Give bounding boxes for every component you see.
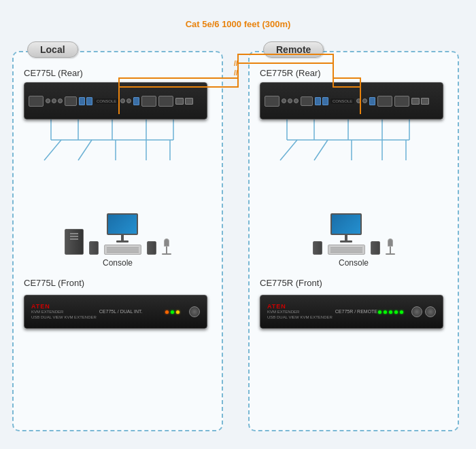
remote-monitor-stand [345,235,347,240]
local-led-2 [171,310,174,314]
remote-vga-port-1 [265,96,279,107]
local-front-controls [150,306,200,317]
remote-usb-port-1 [315,97,321,105]
vga-port-3 [158,96,173,107]
remote-audio-port-2 [288,98,292,103]
audio-ports [46,98,63,103]
local-pc-tower [65,229,84,255]
local-aten-logo: ATEN [31,303,50,310]
remote-rear-label: CE775R (Rear) [260,68,447,78]
remote-audio-port-4 [356,98,361,103]
remote-vga-port-3 [394,96,409,107]
usb-port-3 [133,97,139,105]
local-microphone [162,238,171,255]
local-monitor-screen [107,213,138,235]
local-keyboard [104,245,141,255]
svg-line-20 [314,140,328,160]
local-console-items [65,213,171,255]
audio-ports-2 [120,98,131,103]
serial-port [65,96,77,106]
local-kvm-model-text: KVM EXTENDERUSB DUAL VIEW KVM EXTENDER [31,310,97,321]
remote-usb-port-3 [369,97,375,105]
remote-model-number: CE775R / REMOTE [335,308,378,315]
local-mic-stand [166,247,167,253]
local-monitor-base [116,240,129,243]
svg-text://: // [234,60,238,67]
remote-speaker-left [313,241,322,255]
local-monitor-stand [121,235,124,240]
console-label-strip: CONSOLE [95,98,118,104]
remote-usb-port-2 [322,97,328,105]
svg-text://: // [234,69,238,77]
local-panel: Local CE775L (Rear) CONSOLE [12,51,223,431]
remote-rj45-ports [411,98,429,105]
remote-console-items [313,213,395,255]
local-led-3 [176,310,180,314]
local-console-area: Console [24,208,211,268]
remote-monitor-base [340,240,352,243]
remote-panel: Remote CE775R (Rear) CONSOLE [248,51,459,431]
local-front-button[interactable] [189,306,200,317]
remote-console-area: Console [260,208,447,268]
usb-port-1 [79,97,85,105]
audio-port-4 [120,98,125,103]
usb-port-2 [86,97,92,105]
remote-serial-port [301,96,313,106]
remote-audio-port-1 [282,98,286,103]
rj45-ports [175,98,193,105]
local-monitor [107,213,138,243]
vga-port-1 [29,96,44,107]
remote-keyboard [328,245,365,255]
remote-usb-ports-2 [369,97,375,105]
remote-aten-logo: ATEN [267,303,286,310]
local-mic-head [164,238,169,247]
remote-rj45-port-2 [421,98,429,105]
remote-front-indicators [378,310,403,314]
remote-console-label: Console [339,258,369,268]
remote-mic-stand [390,247,391,253]
audio-port-5 [126,98,131,103]
local-front-indicators [165,310,180,314]
remote-rj45-port-1 [411,98,420,105]
remote-monitor-group [328,213,365,255]
remote-led-1 [378,310,381,314]
rj45-port-2 [185,98,193,105]
remote-speaker-right [371,241,380,255]
remote-mic-head [388,238,393,247]
remote-front-button-1[interactable] [411,306,422,317]
remote-microphone [386,238,395,255]
remote-monitor-screen [330,213,362,235]
local-speaker-right [147,241,156,255]
usb-ports-group-2 [133,97,139,105]
local-badge: Local [27,41,78,58]
remote-audio-ports-2 [356,98,367,103]
local-rear-label: CE775L (Rear) [24,68,211,78]
remote-led-3 [389,310,392,314]
remote-audio-port-5 [362,98,367,103]
remote-connection-lines [260,120,443,201]
local-front-unit: ATEN KVM EXTENDERUSB DUAL VIEW KVM EXTEN… [24,295,207,329]
svg-line-8 [44,140,61,160]
remote-monitor [330,213,362,243]
local-model-number: CE775L / DUAL INT. [99,308,150,315]
usb-ports-group [79,97,92,105]
remote-usb-ports [315,97,328,105]
remote-mic-base [386,253,395,255]
remote-led-4 [394,310,398,314]
rj45-port-1 [175,98,184,105]
vga-port-2 [141,96,156,107]
remote-front-label: CE775R (Front) [260,278,447,288]
remote-audio-ports [282,98,299,103]
local-mic-base [162,253,171,255]
local-rear-unit: CONSOLE [24,82,207,120]
remote-rear-unit: CONSOLE [260,82,443,120]
svg-line-9 [78,140,92,160]
remote-led-2 [384,310,387,314]
remote-front-unit: ATEN KVM EXTENDERUSB DUAL VIEW KVM EXTEN… [260,295,443,329]
remote-badge: Remote [263,41,324,58]
remote-front-button-2[interactable] [425,306,436,317]
remote-led-5 [400,310,403,314]
local-console-label: Console [103,258,133,268]
remote-vga-port-2 [377,96,392,107]
local-speaker-left [89,241,99,255]
